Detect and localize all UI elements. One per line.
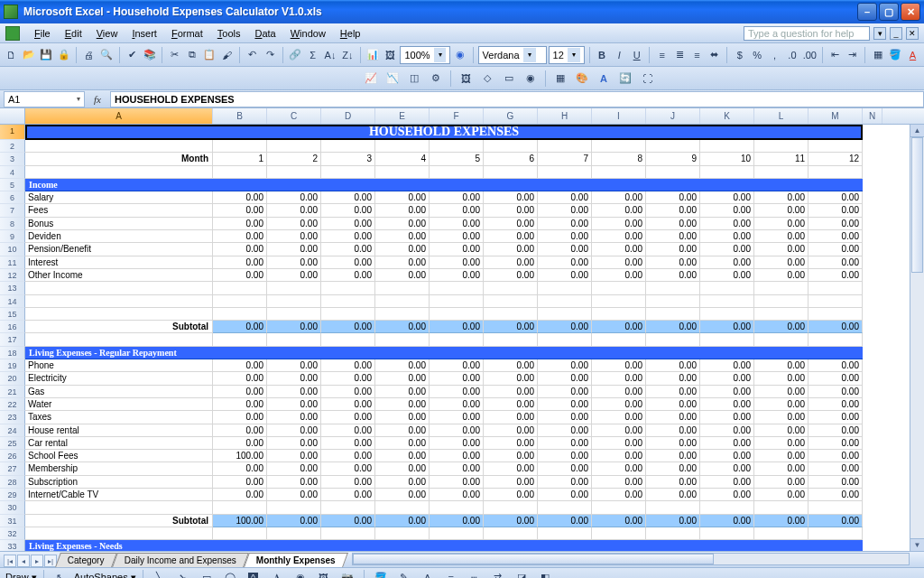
cell[interactable] [375, 166, 430, 179]
cut-icon[interactable]: ✂ [167, 45, 182, 65]
decrease-decimal-icon[interactable]: .00 [802, 45, 818, 65]
value-cell[interactable]: 0.00 [213, 437, 267, 450]
value-cell[interactable]: 0.00 [484, 269, 538, 282]
value-cell[interactable]: 0.00 [538, 269, 592, 282]
value-cell[interactable]: 0.00 [700, 191, 754, 204]
textbox-icon[interactable]: 🅰 [244, 568, 263, 579]
spellcheck-icon[interactable]: ✔ [125, 45, 140, 65]
value-cell[interactable]: 0.00 [267, 462, 321, 475]
cell[interactable] [321, 333, 375, 346]
cell[interactable] [754, 282, 808, 294]
value-cell[interactable]: 0.00 [646, 191, 700, 204]
row-label[interactable]: Deviden [25, 230, 213, 243]
cell[interactable] [538, 333, 592, 346]
draw-menu[interactable]: Draw ▾ [5, 572, 37, 578]
menu-window[interactable]: Window [283, 26, 333, 41]
cell[interactable] [484, 527, 538, 540]
cell[interactable] [754, 166, 808, 179]
chart-wizard-icon[interactable]: 📊 [365, 45, 381, 65]
value-cell[interactable]: 0.00 [646, 424, 700, 437]
value-cell[interactable]: 0.00 [267, 489, 321, 501]
value-cell[interactable]: 0.00 [646, 437, 700, 450]
decrease-indent-icon[interactable]: ⇤ [827, 45, 843, 65]
value-cell[interactable]: 0.00 [700, 424, 754, 437]
value-cell[interactable]: 0.00 [213, 359, 267, 372]
row-label[interactable]: School Fees [25, 450, 213, 462]
value-cell[interactable]: 0.00 [700, 398, 754, 411]
month-value[interactable]: 2 [267, 153, 321, 165]
cell[interactable] [430, 282, 484, 294]
autoshapes-menu[interactable]: AutoShapes ▾ [74, 572, 136, 578]
value-cell[interactable]: 0.00 [321, 256, 375, 269]
value-cell[interactable]: 0.00 [646, 462, 700, 475]
value-cell[interactable]: 0.00 [538, 218, 592, 230]
value-cell[interactable]: 0.00 [754, 462, 808, 475]
value-cell[interactable]: 0.00 [267, 191, 321, 204]
value-cell[interactable]: 0.00 [321, 218, 375, 230]
chart-type-icon[interactable]: 📉 [383, 69, 402, 89]
month-label[interactable]: Month [25, 153, 213, 165]
save-icon[interactable]: 💾 [39, 45, 54, 65]
value-cell[interactable]: 0.00 [754, 243, 808, 256]
section-header[interactable]: Income [25, 179, 863, 191]
value-cell[interactable]: 0.00 [430, 450, 484, 462]
value-cell[interactable]: 0.00 [592, 243, 646, 256]
month-value[interactable]: 10 [700, 153, 754, 165]
column-header-K[interactable]: K [700, 108, 754, 124]
row-header[interactable]: 20 [0, 372, 25, 385]
cell[interactable] [25, 166, 213, 179]
row-header[interactable]: 30 [0, 501, 25, 514]
formula-bar[interactable]: HOUSEHOLD EXPENSES [110, 91, 924, 107]
value-cell[interactable]: 0.00 [700, 372, 754, 385]
cell[interactable] [430, 527, 484, 540]
value-cell[interactable]: 0.00 [430, 386, 484, 398]
cell[interactable] [700, 282, 754, 294]
value-cell[interactable]: 0.00 [700, 489, 754, 501]
value-cell[interactable]: 0.00 [321, 411, 375, 424]
value-cell[interactable]: 0.00 [754, 230, 808, 243]
cell[interactable] [430, 166, 484, 179]
value-cell[interactable]: 0.00 [375, 424, 430, 437]
menu-view[interactable]: View [89, 26, 125, 41]
cell[interactable] [321, 308, 375, 321]
cell[interactable] [808, 333, 863, 346]
value-cell[interactable]: 0.00 [808, 243, 863, 256]
hscroll-thumb[interactable] [353, 554, 714, 564]
cell[interactable] [430, 295, 484, 308]
cell[interactable] [484, 501, 538, 514]
insert-picture-icon[interactable]: 📷 [337, 568, 357, 579]
value-cell[interactable]: 0.00 [267, 411, 321, 424]
cell[interactable] [754, 501, 808, 514]
row-header[interactable]: 28 [0, 476, 25, 489]
value-cell[interactable]: 0.00 [538, 256, 592, 269]
row-label[interactable]: Bonus [25, 218, 213, 230]
value-cell[interactable]: 0.00 [484, 424, 538, 437]
row-label[interactable]: Gas [25, 386, 213, 398]
row-header[interactable]: 6 [0, 191, 25, 204]
subtotal-value[interactable]: 0.00 [700, 321, 754, 333]
value-cell[interactable]: 0.00 [592, 450, 646, 462]
cell[interactable] [646, 501, 700, 514]
subtotal-value[interactable]: 0.00 [592, 515, 646, 527]
row-label[interactable]: Pension/Benefit [25, 243, 213, 256]
cell[interactable] [375, 308, 430, 321]
value-cell[interactable]: 0.00 [321, 243, 375, 256]
value-cell[interactable]: 0.00 [375, 256, 430, 269]
value-cell[interactable]: 0.00 [754, 476, 808, 489]
column-header-A[interactable]: A [25, 108, 213, 124]
cell[interactable] [484, 166, 538, 179]
value-cell[interactable]: 0.00 [538, 476, 592, 489]
row-label[interactable]: Interest [25, 256, 213, 269]
cell[interactable] [646, 140, 700, 153]
subtotal-value[interactable]: 0.00 [808, 515, 863, 527]
value-cell[interactable]: 0.00 [213, 204, 267, 217]
subtotal-label[interactable]: Subtotal [25, 321, 213, 333]
value-cell[interactable]: 0.00 [808, 437, 863, 450]
cell[interactable] [592, 166, 646, 179]
align-left-icon[interactable]: ≡ [654, 45, 670, 65]
month-value[interactable]: 8 [592, 153, 646, 165]
value-cell[interactable]: 0.00 [375, 462, 430, 475]
row-header[interactable]: 21 [0, 386, 25, 398]
row-label[interactable]: Internet/Cable TV [25, 489, 213, 501]
cell[interactable] [375, 527, 430, 540]
